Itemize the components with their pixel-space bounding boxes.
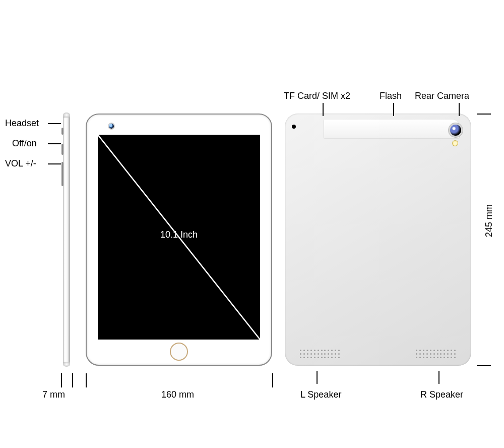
label-r-speaker: R Speaker bbox=[420, 389, 463, 400]
headset-jack-icon bbox=[61, 128, 64, 135]
dim-thickness: 7 mm bbox=[42, 389, 65, 400]
dim-tick bbox=[272, 373, 273, 387]
label-off-on: Off/on bbox=[12, 138, 37, 149]
power-button-icon bbox=[61, 144, 64, 155]
home-button-icon bbox=[170, 343, 188, 361]
leader-line bbox=[48, 143, 61, 144]
tablet-back-view bbox=[285, 114, 471, 366]
tablet-front-view: 10.1 Inch bbox=[86, 114, 272, 366]
leader-line bbox=[393, 103, 394, 116]
leader-line bbox=[438, 371, 439, 384]
label-rear-camera: Rear Camera bbox=[415, 91, 469, 101]
flash-led-icon bbox=[453, 141, 458, 146]
label-headset: Headset bbox=[5, 118, 39, 129]
dim-height: 245 mm bbox=[484, 204, 494, 237]
label-tf-sim: TF Card/ SIM x2 bbox=[284, 91, 350, 101]
left-speaker-grill-icon bbox=[300, 350, 340, 359]
label-l-speaker: L Speaker bbox=[300, 389, 341, 400]
leader-line bbox=[317, 371, 318, 384]
dim-tick bbox=[86, 373, 87, 387]
leader-line bbox=[48, 123, 61, 124]
rear-camera-icon bbox=[450, 125, 461, 136]
dim-tick bbox=[477, 114, 491, 115]
right-speaker-grill-icon bbox=[416, 350, 456, 359]
tablet-side-view bbox=[63, 114, 70, 366]
screen-size-label: 10.1 Inch bbox=[160, 230, 198, 240]
leader-line bbox=[459, 103, 460, 116]
front-camera-icon bbox=[109, 124, 114, 129]
leader-line bbox=[323, 103, 324, 116]
dim-width: 160 mm bbox=[161, 389, 194, 400]
leader-line bbox=[48, 163, 61, 164]
volume-rocker-icon bbox=[61, 162, 64, 186]
dim-tick bbox=[72, 373, 73, 387]
dim-tick bbox=[61, 373, 62, 387]
mic-hole-icon bbox=[292, 125, 296, 129]
label-flash: Flash bbox=[380, 91, 402, 101]
label-volume: VOL +/- bbox=[5, 158, 36, 169]
antenna-strip bbox=[324, 120, 459, 138]
dim-tick bbox=[477, 365, 491, 366]
